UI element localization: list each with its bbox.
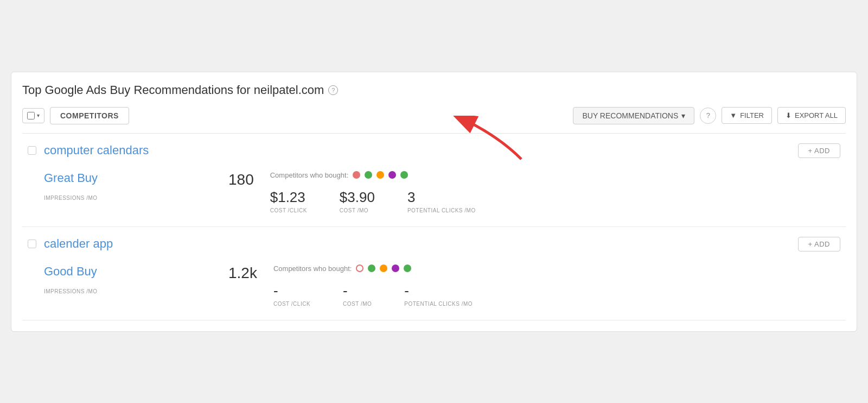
keyword-header: computer calendars + ADD (22, 134, 846, 166)
keyword-checkbox-calender-app[interactable] (28, 240, 36, 248)
metrics-row-computer-calendars: $1.23 COST /CLICK $3.90 COST /MO 3 POTEN… (270, 189, 824, 213)
title-help-icon[interactable]: ? (328, 85, 338, 95)
keyword-section-calender-app: calender app + ADD Good Buy IMPRESSIONS … (22, 227, 846, 320)
competitors-row-computer-calendars: Competitors who bought: (270, 171, 824, 179)
rating-badge-computer-calendars[interactable]: Great Buy (44, 171, 218, 185)
cost-click-label: COST /CLICK (273, 301, 310, 307)
cost-mo-metric-calender-app: - COST /MO (343, 282, 372, 307)
rating-badge-calender-app[interactable]: Good Buy (44, 265, 218, 279)
buy-rec-dropdown-icon: ▾ (681, 111, 685, 120)
cost-click-value: $1.23 (270, 189, 307, 206)
cost-click-metric-calender-app: - COST /CLICK (273, 282, 310, 307)
impressions-label-calender-app: IMPRESSIONS /MO (44, 288, 218, 294)
keyword-header: calender app + ADD (22, 227, 846, 259)
impressions-label-computer-calendars: IMPRESSIONS /MO (44, 195, 218, 201)
left-col-computer-calendars: Great Buy IMPRESSIONS /MO (44, 171, 218, 201)
cost-mo-value: - (343, 282, 372, 299)
competitors-who-bought-label: Competitors who bought: (273, 265, 352, 273)
cost-click-label: COST /CLICK (270, 207, 307, 213)
keyword-title-computer-calendars[interactable]: computer calendars (44, 143, 149, 158)
potential-clicks-label: POTENTIAL CLICKS /MO (404, 301, 473, 307)
keyword-detail-computer-calendars: Great Buy IMPRESSIONS /MO 180 Competitor… (22, 166, 846, 226)
filter-icon: ▼ (730, 111, 737, 119)
impressions-bar-computer-calendars (44, 188, 218, 193)
impressions-col-calender-app: 1.2k (228, 265, 257, 282)
page-title-row: Top Google Ads Buy Recommendations for n… (22, 83, 846, 97)
competitor-dot (368, 265, 375, 272)
filter-button[interactable]: ▼ FILTER (722, 107, 772, 124)
cost-click-metric-computer-calendars: $1.23 COST /CLICK (270, 189, 307, 213)
impressions-num-computer-calendars: 180 (228, 171, 254, 188)
cost-mo-value: $3.90 (340, 189, 375, 206)
keyword-section-computer-calendars: computer calendars + ADD Great Buy IMPRE… (22, 134, 846, 227)
page-title: Top Google Ads Buy Recommendations for n… (22, 83, 324, 97)
cost-click-value: - (273, 282, 310, 299)
impressions-num-calender-app: 1.2k (228, 265, 257, 282)
buy-recommendations-button[interactable]: BUY RECOMMENDATIONS ▾ (573, 107, 694, 124)
select-all-checkbox[interactable] (27, 112, 35, 119)
keywords-container: computer calendars + ADD Great Buy IMPRE… (22, 134, 846, 320)
competitor-dot (353, 171, 360, 179)
potential-clicks-label: POTENTIAL CLICKS /MO (407, 207, 476, 213)
export-label: EXPORT ALL (795, 111, 838, 119)
competitor-dot (400, 171, 408, 179)
export-icon: ⬇ (786, 111, 792, 119)
toolbar: ▾ COMPETITORS BUY RECOMMENDATIONS ▾ ? ▼ … (22, 107, 846, 134)
checkbox-dropdown-arrow[interactable]: ▾ (37, 112, 40, 118)
toolbar-help-icon[interactable]: ? (700, 108, 716, 124)
keyword-title-calender-app[interactable]: calender app (44, 237, 113, 251)
main-container: Top Google Ads Buy Recommendations for n… (11, 72, 857, 332)
competitors-row-calender-app: Competitors who bought: (273, 265, 824, 273)
competitors-who-bought-label: Competitors who bought: (270, 171, 349, 179)
keyword-detail-calender-app: Good Buy IMPRESSIONS /MO 1.2k Competitor… (22, 259, 846, 320)
add-button-computer-calendars[interactable]: + ADD (798, 143, 840, 158)
potential-clicks-value: - (404, 282, 473, 299)
select-all-checkbox-btn[interactable]: ▾ (22, 108, 44, 123)
competitors-button[interactable]: COMPETITORS (50, 107, 129, 124)
left-col-calender-app: Good Buy IMPRESSIONS /MO (44, 265, 218, 294)
competitor-dot (376, 171, 384, 179)
cost-mo-label: COST /MO (340, 207, 375, 213)
filter-label: FILTER (740, 111, 764, 119)
export-all-button[interactable]: ⬇ EXPORT ALL (777, 107, 846, 124)
competitor-dot (388, 171, 396, 179)
buy-rec-label: BUY RECOMMENDATIONS (582, 111, 678, 120)
impressions-bar-calender-app (44, 282, 218, 286)
competitor-dot (356, 265, 363, 272)
potential-clicks-metric-calender-app: - POTENTIAL CLICKS /MO (404, 282, 473, 307)
potential-clicks-metric-computer-calendars: 3 POTENTIAL CLICKS /MO (407, 189, 476, 213)
keyword-checkbox-computer-calendars[interactable] (28, 146, 36, 155)
cost-mo-label: COST /MO (343, 301, 372, 307)
center-col-calender-app: Competitors who bought: - COST /CLICK - … (257, 265, 824, 307)
metrics-row-calender-app: - COST /CLICK - COST /MO - POTENTIAL CLI… (273, 282, 824, 307)
potential-clicks-value: 3 (407, 189, 476, 206)
add-button-calender-app[interactable]: + ADD (798, 237, 840, 251)
competitor-dot (392, 265, 399, 272)
cost-mo-metric-computer-calendars: $3.90 COST /MO (340, 189, 375, 213)
competitor-dot (380, 265, 387, 272)
competitor-dot (365, 171, 372, 179)
impressions-col-computer-calendars: 180 (228, 171, 254, 188)
competitor-dot (404, 265, 411, 272)
center-col-computer-calendars: Competitors who bought: $1.23 COST /CLIC… (254, 171, 824, 213)
